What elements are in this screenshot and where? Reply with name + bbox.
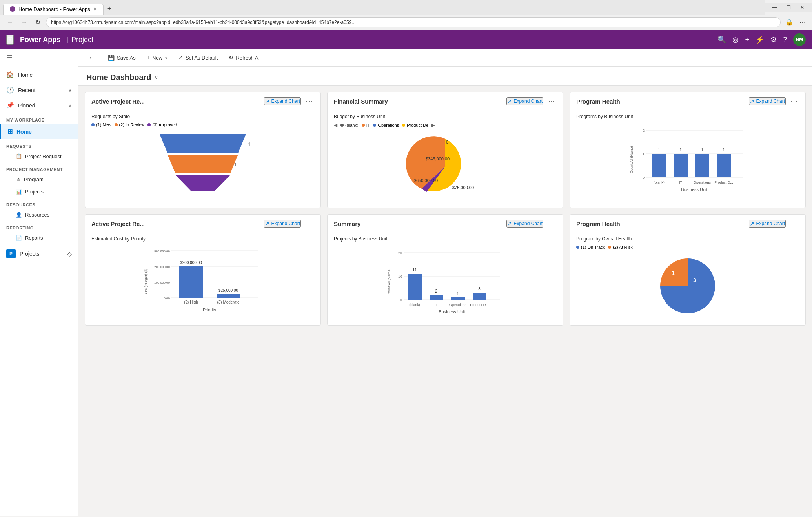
svg-marker-4: [175, 175, 230, 191]
resources-label: Resources: [25, 212, 49, 218]
projects-footer-icon: P: [6, 249, 16, 258]
app-grid-icon[interactable]: ⊞: [6, 35, 14, 45]
svg-text:1: 1: [457, 291, 459, 296]
expand-icon-5: ↗: [507, 220, 512, 227]
chart-card-3-more-button[interactable]: ⋯: [789, 97, 799, 106]
sidebar-home-label: Home: [18, 72, 33, 78]
set-default-button[interactable]: ✓ Set As Default: [174, 52, 222, 63]
chart-card-2-title: Financial Summary: [334, 98, 506, 105]
user-avatar[interactable]: NM: [793, 33, 806, 46]
chart-card-2-expand-button[interactable]: ↗ Expand Chart: [506, 97, 543, 105]
tab-close-button[interactable]: ✕: [93, 7, 97, 12]
forward-button[interactable]: →: [19, 17, 30, 27]
back-button[interactable]: ←: [5, 17, 16, 27]
minimize-button[interactable]: —: [768, 3, 782, 12]
chart-card-6-body: Program by Overall Health (1) On Track (…: [570, 231, 805, 325]
save-as-label: Save As: [117, 55, 136, 61]
expand-label-3: Expand Chart: [756, 98, 785, 104]
address-bar: ← → ↻ 🔒 ⋯: [0, 15, 812, 30]
chart-card-6-expand-button[interactable]: ↗ Expand Chart: [749, 220, 786, 228]
settings-button[interactable]: ⚙: [770, 35, 777, 44]
back-nav-button[interactable]: ←: [86, 53, 96, 62]
chart-card-4-subtitle: Estimated Cost by Priority: [91, 236, 314, 242]
chart-card-4-expand-button[interactable]: ↗ Expand Chart: [264, 220, 301, 228]
pie-chart-2-svg: $345,000.00 $650,000.00 $75,000.00 0: [334, 131, 557, 202]
save-as-icon: 💾: [108, 55, 115, 61]
search-icon-button[interactable]: 🔍: [717, 35, 726, 44]
more-options-button[interactable]: ⋯: [798, 17, 807, 27]
chart-card-4-more-button[interactable]: ⋯: [304, 219, 314, 228]
chart-card-6-subtitle: Program by Overall Health: [576, 236, 799, 242]
url-input[interactable]: [46, 17, 781, 27]
dashboard-header: Home Dashboard ∨: [78, 67, 812, 86]
legend-label-ontrack: (1) On Track: [581, 245, 605, 249]
sidebar-item-pinned[interactable]: 📌 Pinned ∨: [0, 98, 78, 113]
chart-card-5-expand-button[interactable]: ↗ Expand Chart: [506, 220, 543, 228]
close-button[interactable]: ✕: [796, 3, 809, 12]
svg-text:0.00: 0.00: [164, 297, 170, 300]
legend-prev-button[interactable]: ◀: [334, 122, 337, 128]
sidebar-item-projects-footer[interactable]: P Projects ◇: [0, 244, 78, 263]
new-button[interactable]: + New ∨: [142, 52, 172, 63]
svg-text:20: 20: [398, 251, 402, 255]
svg-text:Priority: Priority: [203, 308, 217, 312]
project-request-icon: 📋: [16, 153, 22, 159]
add-button[interactable]: +: [745, 36, 749, 44]
save-as-button[interactable]: 💾 Save As: [103, 52, 140, 63]
pinned-expand-icon: ∨: [68, 103, 72, 108]
svg-text:3: 3: [693, 277, 696, 283]
help-button[interactable]: ?: [783, 36, 787, 44]
sidebar-item-home-main[interactable]: ⊞ Home: [0, 124, 78, 139]
resources-section: Resources: [0, 198, 78, 209]
reports-label: Reports: [25, 235, 43, 241]
sidebar-toggle-button[interactable]: ☰: [0, 49, 78, 67]
maximize-button[interactable]: ❐: [782, 3, 796, 12]
legend-dot-approved: [147, 123, 151, 126]
refresh-button[interactable]: ↻: [33, 17, 43, 27]
refresh-all-button[interactable]: ↻ Refresh All: [224, 52, 265, 63]
expand-icon-6: ↗: [750, 220, 754, 227]
sidebar-item-reports[interactable]: 📄 Reports: [0, 232, 78, 244]
svg-text:(blank): (blank): [409, 303, 420, 307]
expand-label-5: Expand Chart: [514, 221, 543, 226]
chart-card-6-more-button[interactable]: ⋯: [789, 219, 799, 228]
sidebar-item-recent[interactable]: 🕐 Recent ∨: [0, 82, 78, 98]
sidebar-home-main-label: Home: [16, 129, 32, 135]
notifications-button[interactable]: ◎: [732, 35, 739, 44]
svg-text:$345,000.00: $345,000.00: [426, 157, 450, 161]
svg-text:Business Unit: Business Unit: [681, 187, 707, 192]
projects-footer-label: Projects: [20, 251, 64, 257]
chart-card-1-more-button[interactable]: ⋯: [304, 97, 314, 106]
sidebar-item-projects[interactable]: 📊 Projects: [0, 186, 78, 198]
new-tab-button[interactable]: +: [104, 3, 116, 15]
dashboard-chevron-icon[interactable]: ∨: [155, 75, 158, 80]
sidebar-item-home-top[interactable]: 🏠 Home: [0, 67, 78, 82]
svg-text:1: 1: [248, 141, 251, 147]
legend-item-new: (1) New: [91, 122, 111, 127]
tab-bar: Home Dashboard - Power Apps ✕ +: [0, 0, 765, 15]
set-default-label: Set As Default: [186, 55, 218, 61]
chart-card-1-expand-button[interactable]: ↗ Expand Chart: [264, 97, 301, 105]
sidebar-item-resources[interactable]: 👤 Resources: [0, 209, 78, 221]
chart-card-1-legend: (1) New (2) In Review (3) Approved: [91, 122, 314, 127]
home-main-icon: ⊞: [7, 128, 13, 135]
program-icon: 🖥: [16, 177, 21, 182]
sidebar-item-program[interactable]: 🖥 Program: [0, 173, 78, 186]
svg-text:0: 0: [400, 298, 402, 302]
extensions-button[interactable]: 🔒: [784, 17, 795, 27]
active-tab[interactable]: Home Dashboard - Power Apps ✕: [3, 4, 104, 15]
sidebar-pinned-label: Pinned: [18, 102, 35, 109]
resources-icon: 👤: [16, 212, 22, 218]
chart-card-2-more-button[interactable]: ⋯: [546, 97, 557, 106]
filter-button[interactable]: ⚡: [756, 35, 764, 44]
reports-icon: 📄: [16, 235, 22, 241]
tab-bar-row: Home Dashboard - Power Apps ✕ + — ❐ ✕: [0, 0, 812, 15]
sidebar-item-project-request[interactable]: 📋 Project Request: [0, 150, 78, 162]
projects-label: Projects: [25, 189, 44, 195]
chart-card-3-expand-button[interactable]: ↗ Expand Chart: [749, 97, 786, 105]
chart-card-5-more-button[interactable]: ⋯: [546, 219, 557, 228]
home-icon: 🏠: [6, 71, 14, 78]
svg-text:Business Unit: Business Unit: [439, 309, 465, 314]
legend-next-button[interactable]: ▶: [431, 122, 435, 128]
expand-icon-1: ↗: [265, 98, 269, 104]
